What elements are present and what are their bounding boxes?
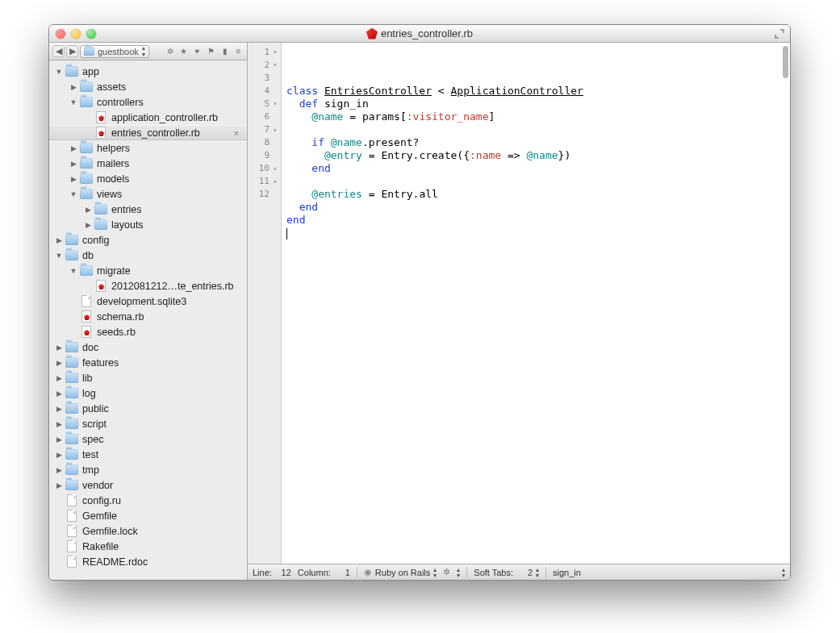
code-line[interactable]: end bbox=[286, 201, 790, 214]
tree-item[interactable]: seeds.rb bbox=[49, 324, 247, 339]
tree-item[interactable]: ▶vendor bbox=[49, 477, 247, 493]
nav-back-button[interactable]: ◀ bbox=[52, 45, 65, 57]
tree-item[interactable]: ▶script bbox=[49, 416, 247, 431]
fullscreen-button[interactable] bbox=[774, 28, 785, 40]
code-line[interactable]: end bbox=[286, 214, 790, 227]
gutter-line[interactable]: 9 bbox=[248, 149, 281, 162]
tree-item[interactable]: ▶features bbox=[49, 355, 247, 370]
tree-item[interactable]: application_controller.rb bbox=[49, 110, 247, 125]
tree-item[interactable]: ▼views bbox=[49, 186, 247, 202]
tree-item[interactable]: ▼db bbox=[49, 248, 247, 263]
disclosure-right-icon[interactable]: ▶ bbox=[69, 144, 78, 152]
disclosure-right-icon[interactable]: ▶ bbox=[54, 389, 64, 398]
gutter-line[interactable]: 2▾ bbox=[248, 59, 281, 72]
disclosure-right-icon[interactable]: ▶ bbox=[83, 221, 93, 229]
tree-item[interactable]: ▶tmp bbox=[49, 462, 247, 477]
code-line[interactable]: class EntriesController < ApplicationCon… bbox=[286, 85, 790, 98]
gutter-line[interactable]: 5▾ bbox=[248, 98, 281, 110]
tree-item[interactable]: ▶test bbox=[49, 447, 247, 462]
code-text[interactable]: class EntriesController < ApplicationCon… bbox=[282, 43, 790, 564]
disclosure-right-icon[interactable]: ▶ bbox=[83, 206, 93, 214]
tree-item[interactable]: ▼app bbox=[49, 64, 247, 79]
tree-item[interactable]: README.rdoc bbox=[49, 554, 247, 569]
tree-item[interactable]: schema.rb bbox=[49, 309, 247, 324]
disclosure-right-icon[interactable]: ▶ bbox=[69, 175, 78, 183]
zoom-window-button[interactable] bbox=[86, 29, 96, 39]
heart-icon[interactable]: ♥ bbox=[192, 46, 203, 56]
tree-item[interactable]: Gemfile bbox=[49, 508, 247, 523]
tree-item[interactable]: ▶entries bbox=[49, 202, 247, 217]
tree-item[interactable]: ▶helpers bbox=[49, 140, 247, 156]
scrollbar-thumb[interactable] bbox=[783, 46, 788, 78]
tree-item[interactable]: Gemfile.lock bbox=[49, 523, 247, 539]
gutter-line[interactable]: 10▴ bbox=[248, 162, 281, 175]
gutter-line[interactable]: 8 bbox=[248, 136, 281, 149]
list-icon[interactable]: ≡ bbox=[233, 46, 244, 56]
disclosure-down-icon[interactable]: ▼ bbox=[69, 190, 78, 198]
code-line[interactable]: end bbox=[286, 162, 790, 175]
code-line[interactable]: def sign_in bbox=[286, 98, 790, 110]
disclosure-right-icon[interactable]: ▶ bbox=[54, 420, 64, 428]
fold-open-icon[interactable]: ▾ bbox=[271, 46, 279, 59]
line-gutter[interactable]: 1▾2▾345▾67▴8910▴11▴12 bbox=[248, 43, 282, 564]
code-line[interactable] bbox=[286, 123, 790, 136]
fold-close-icon[interactable]: ▴ bbox=[271, 162, 279, 175]
tree-item[interactable]: ▶log bbox=[49, 385, 247, 401]
titlebar[interactable]: entries_controller.rb bbox=[49, 25, 790, 43]
tree-item[interactable]: development.sqlite3 bbox=[49, 294, 247, 309]
disclosure-down-icon[interactable]: ▼ bbox=[69, 267, 78, 275]
gutter-line[interactable]: 4 bbox=[248, 85, 281, 98]
disclosure-down-icon[interactable]: ▼ bbox=[54, 68, 64, 76]
gutter-line[interactable]: 3 bbox=[248, 72, 281, 85]
tree-item[interactable]: ▶public bbox=[49, 401, 247, 416]
fold-close-icon[interactable]: ▴ bbox=[271, 175, 279, 188]
star-icon[interactable]: ★ bbox=[178, 46, 189, 56]
code-line[interactable]: if @name.present? bbox=[286, 136, 790, 149]
gutter-line[interactable]: 1▾ bbox=[248, 46, 281, 59]
gutter-line[interactable]: 7▴ bbox=[248, 123, 281, 136]
fold-open-icon[interactable]: ▾ bbox=[271, 98, 279, 110]
disclosure-down-icon[interactable]: ▼ bbox=[54, 252, 64, 260]
tree-item[interactable]: 2012081212…te_entries.rb bbox=[49, 278, 247, 294]
disclosure-right-icon[interactable]: ▶ bbox=[54, 451, 64, 459]
tree-item[interactable]: ▶doc bbox=[49, 339, 247, 355]
code-line[interactable] bbox=[286, 175, 790, 188]
tree-item[interactable]: ▼migrate bbox=[49, 263, 247, 278]
symbol-selector[interactable]: sign_in ▴▾ bbox=[553, 567, 785, 578]
tree-item[interactable]: ▶config bbox=[49, 232, 247, 248]
disclosure-right-icon[interactable]: ▶ bbox=[54, 236, 64, 244]
code-area[interactable]: 1▾2▾345▾67▴8910▴11▴12 class EntriesContr… bbox=[248, 43, 790, 564]
close-tab-icon[interactable]: × bbox=[234, 128, 242, 138]
tree-item[interactable]: ▶mailers bbox=[49, 156, 247, 171]
tab-settings[interactable]: Soft Tabs: 2 ▴▾ bbox=[474, 567, 539, 578]
disclosure-right-icon[interactable]: ▶ bbox=[69, 83, 78, 91]
gear-icon[interactable]: ✲ bbox=[443, 567, 450, 577]
file-tree[interactable]: ▼app▶assets▼controllersapplication_contr… bbox=[49, 60, 247, 580]
fold-close-icon[interactable]: ▴ bbox=[271, 123, 279, 136]
tree-item[interactable]: ▼controllers bbox=[49, 94, 247, 110]
fold-open-icon[interactable]: ▾ bbox=[271, 59, 279, 72]
disclosure-right-icon[interactable]: ▶ bbox=[54, 435, 64, 444]
disclosure-right-icon[interactable]: ▶ bbox=[69, 160, 78, 168]
flag-icon[interactable]: ⚑ bbox=[206, 46, 216, 56]
gutter-line[interactable]: 11▴ bbox=[248, 175, 281, 188]
nav-forward-button[interactable]: ▶ bbox=[66, 45, 78, 57]
gear-icon[interactable]: ✲ bbox=[165, 46, 175, 56]
tree-item[interactable]: ▶lib bbox=[49, 370, 247, 385]
tag-icon[interactable]: ▮ bbox=[219, 46, 230, 56]
minimize-window-button[interactable] bbox=[71, 29, 81, 39]
tree-item[interactable]: ▶assets bbox=[49, 79, 247, 94]
tree-item[interactable]: ▶layouts bbox=[49, 217, 247, 232]
disclosure-right-icon[interactable]: ▶ bbox=[54, 466, 64, 474]
tree-item[interactable]: ▶spec bbox=[49, 431, 247, 447]
disclosure-right-icon[interactable]: ▶ bbox=[54, 405, 64, 413]
tree-item[interactable]: Rakefile bbox=[49, 539, 247, 554]
tree-item[interactable]: ▶models bbox=[49, 171, 247, 186]
syntax-selector[interactable]: ◉ Ruby on Rails ▴▾ bbox=[364, 567, 437, 578]
tree-item[interactable]: config.ru bbox=[49, 493, 247, 508]
project-selector[interactable]: guestbook ▴▾ bbox=[80, 45, 149, 58]
code-line[interactable]: @entries = Entry.all bbox=[286, 188, 790, 201]
disclosure-down-icon[interactable]: ▼ bbox=[69, 98, 78, 106]
disclosure-right-icon[interactable]: ▶ bbox=[54, 359, 64, 367]
disclosure-right-icon[interactable]: ▶ bbox=[54, 374, 64, 382]
